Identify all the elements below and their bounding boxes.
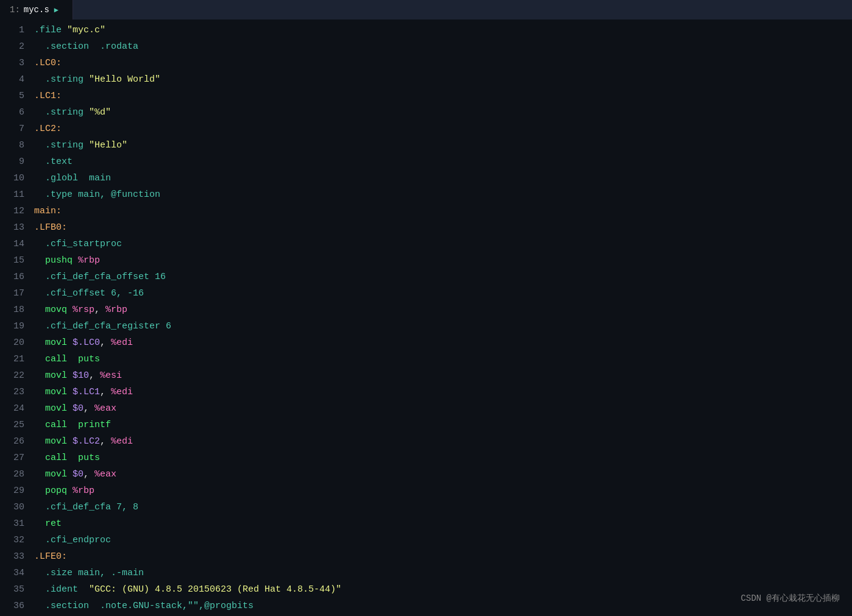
- line-content: .string "Hello": [34, 137, 127, 154]
- line-number: 21: [5, 351, 24, 367]
- line-content: .cfi_def_cfa_offset 16: [34, 269, 166, 285]
- line-content: .ident "GCC: (GNU) 4.8.5 20150623 (Red H…: [34, 581, 341, 598]
- line-content: movl $10, %esi: [34, 367, 122, 384]
- line-content: .LC1:: [34, 88, 62, 104]
- line-number: 6: [5, 104, 24, 121]
- code-line: 23 movl $.LC1, %edi: [0, 384, 852, 400]
- code-line: 36 .section .note.GNU-stack,"",@progbits: [0, 598, 852, 614]
- code-line: 33.LFE0:: [0, 548, 852, 565]
- line-content: ret: [34, 515, 62, 532]
- line-content: popq %rbp: [34, 483, 94, 499]
- code-line: 14 .cfi_startproc: [0, 236, 852, 252]
- line-content: .cfi_startproc: [34, 236, 122, 252]
- code-line: 8 .string "Hello": [0, 137, 852, 154]
- line-content: call puts: [34, 351, 100, 367]
- code-line: 13.LFB0:: [0, 219, 852, 236]
- code-line: 35 .ident "GCC: (GNU) 4.8.5 20150623 (Re…: [0, 581, 852, 598]
- code-line: 1.file "myc.c": [0, 22, 852, 38]
- line-number: 35: [5, 581, 24, 598]
- line-content: .LC2:: [34, 121, 62, 137]
- line-number: 33: [5, 548, 24, 565]
- line-content: movl $.LC1, %edi: [34, 384, 133, 400]
- code-line: 26 movl $.LC2, %edi: [0, 433, 852, 450]
- line-content: movq %rsp, %rbp: [34, 302, 127, 318]
- line-content: .size main, .-main: [34, 565, 144, 581]
- line-number: 15: [5, 252, 24, 269]
- line-number: 7: [5, 121, 24, 137]
- line-number: 28: [5, 466, 24, 483]
- tab-number: 1:: [10, 5, 20, 15]
- code-line: 2 .section .rodata: [0, 38, 852, 55]
- tab-bar: 1: myc.s ▶: [0, 0, 852, 19]
- editor-container: 1: myc.s ▶ 1.file "myc.c"2 .section .rod…: [0, 0, 852, 616]
- line-number: 11: [5, 186, 24, 203]
- line-content: .string "Hello World": [34, 71, 160, 88]
- code-line: 24 movl $0, %eax: [0, 400, 852, 417]
- code-line: 32 .cfi_endproc: [0, 532, 852, 548]
- code-line: 11 .type main, @function: [0, 186, 852, 203]
- file-tab[interactable]: 1: myc.s ▶: [0, 0, 73, 19]
- code-line: 12main:: [0, 203, 852, 219]
- line-number: 23: [5, 384, 24, 400]
- line-content: .LFB0:: [34, 219, 67, 236]
- line-number: 12: [5, 203, 24, 219]
- line-content: .string "%d": [34, 104, 111, 121]
- line-content: .file "myc.c": [34, 22, 105, 38]
- line-content: .type main, @function: [34, 186, 160, 203]
- line-content: .section .note.GNU-stack,"",@progbits: [34, 598, 254, 614]
- line-number: 9: [5, 154, 24, 170]
- line-content: movl $.LC0, %edi: [34, 335, 133, 351]
- code-line: 10 .globl main: [0, 170, 852, 186]
- line-number: 2: [5, 38, 24, 55]
- code-line: 30 .cfi_def_cfa 7, 8: [0, 499, 852, 515]
- line-number: 27: [5, 450, 24, 466]
- code-line: 17 .cfi_offset 6, -16: [0, 285, 852, 302]
- line-content: .cfi_def_cfa_register 6: [34, 318, 171, 335]
- code-line: 22 movl $10, %esi: [0, 367, 852, 384]
- line-content: .cfi_endproc: [34, 532, 111, 548]
- line-content: call puts: [34, 450, 100, 466]
- code-line: 28 movl $0, %eax: [0, 466, 852, 483]
- line-content: call printf: [34, 417, 111, 433]
- line-content: main:: [34, 203, 62, 219]
- code-line: 34 .size main, .-main: [0, 565, 852, 581]
- line-number: 29: [5, 483, 24, 499]
- tab-arrow-icon: ▶: [54, 5, 59, 15]
- line-content: movl $0, %eax: [34, 400, 116, 417]
- line-content: .text: [34, 154, 73, 170]
- line-content: .globl main: [34, 170, 111, 186]
- line-content: .section .rodata: [34, 38, 138, 55]
- line-number: 18: [5, 302, 24, 318]
- code-line: 27 call puts: [0, 450, 852, 466]
- line-number: 17: [5, 285, 24, 302]
- code-line: 16 .cfi_def_cfa_offset 16: [0, 269, 852, 285]
- code-line: 19 .cfi_def_cfa_register 6: [0, 318, 852, 335]
- code-area: 1.file "myc.c"2 .section .rodata3.LC0:4 …: [0, 19, 852, 616]
- code-line: 20 movl $.LC0, %edi: [0, 335, 852, 351]
- code-line: 29 popq %rbp: [0, 483, 852, 499]
- line-content: .cfi_def_cfa 7, 8: [34, 499, 138, 515]
- line-content: movl $0, %eax: [34, 466, 116, 483]
- line-number: 8: [5, 137, 24, 154]
- line-number: 25: [5, 417, 24, 433]
- footer-text: CSDN @有心栽花无心插柳: [741, 593, 840, 604]
- tab-filename: myc.s: [24, 5, 49, 15]
- line-number: 5: [5, 88, 24, 104]
- line-number: 26: [5, 433, 24, 450]
- code-line: 6 .string "%d": [0, 104, 852, 121]
- line-number: 3: [5, 55, 24, 71]
- line-content: pushq %rbp: [34, 252, 100, 269]
- line-number: 20: [5, 335, 24, 351]
- code-line: 3.LC0:: [0, 55, 852, 71]
- line-content: .cfi_offset 6, -16: [34, 285, 144, 302]
- code-line: 5.LC1:: [0, 88, 852, 104]
- code-line: 4 .string "Hello World": [0, 71, 852, 88]
- line-content: .LFE0:: [34, 548, 67, 565]
- line-number: 31: [5, 515, 24, 532]
- line-number: 24: [5, 400, 24, 417]
- code-line: 9 .text: [0, 154, 852, 170]
- line-content: movl $.LC2, %edi: [34, 433, 133, 450]
- line-number: 36: [5, 598, 24, 614]
- line-number: 13: [5, 219, 24, 236]
- line-number: 16: [5, 269, 24, 285]
